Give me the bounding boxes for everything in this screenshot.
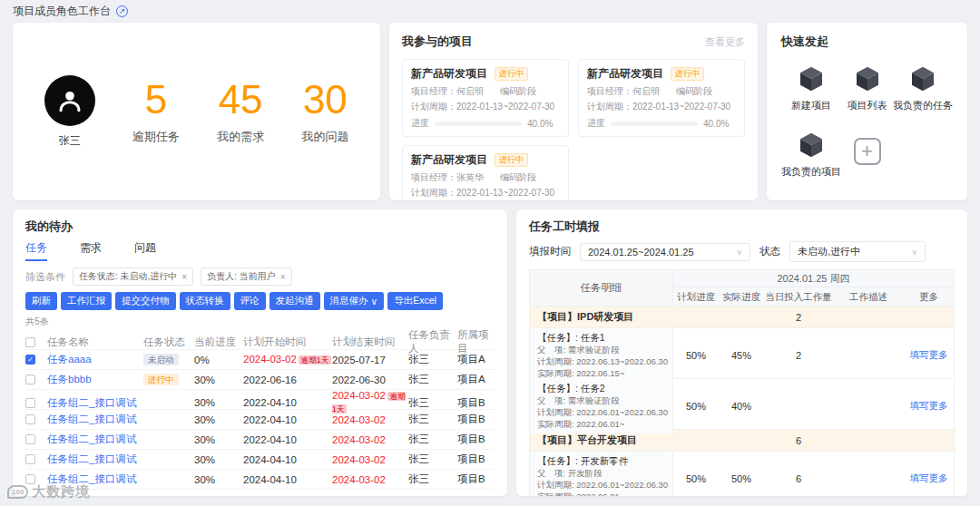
quick-new-project[interactable]: 新建项目 xyxy=(791,64,831,112)
cell-workload[interactable] xyxy=(764,379,833,433)
view-more-link[interactable]: 查看更多 xyxy=(705,35,745,49)
status-transition-button[interactable]: 状态转换 xyxy=(180,292,230,310)
tab-requirements[interactable]: 需求 xyxy=(80,240,102,261)
tab-tasks[interactable]: 任务 xyxy=(25,240,47,261)
tab-issues[interactable]: 问题 xyxy=(134,240,156,261)
hours-table: 任务明细 2024.01.25 周四 计划进度 实际进度 当日投入工作量 工作描… xyxy=(529,269,955,496)
export-excel-button[interactable]: 导出Excel xyxy=(387,292,443,310)
hours-task-row: 【任务】: 开发新零件 父 项: 开发阶段 计划周期: 2022.06.01~2… xyxy=(530,452,954,496)
quick-project-list[interactable]: 项目列表 xyxy=(848,64,887,112)
cell-owner: 张三 xyxy=(408,413,457,426)
filter-tag-status: 任务状态: 未启动,进行中 × xyxy=(73,268,193,286)
row-checkbox[interactable] xyxy=(25,414,35,424)
fill-more-link[interactable]: 填写更多 xyxy=(910,349,948,362)
share-icon[interactable]: ↗ xyxy=(116,5,128,17)
task-name-link[interactable]: 任务aaaa xyxy=(47,353,143,366)
status-select[interactable]: 未启动,进行中 ∨ xyxy=(789,241,926,262)
cell-owner: 张三 xyxy=(408,353,457,366)
cell-project: 项目B xyxy=(457,472,495,486)
status-badge: 进行中 xyxy=(495,153,528,167)
submit-deliverable-button[interactable]: 提交交付物 xyxy=(115,292,176,310)
quick-item-label: 新建项目 xyxy=(791,99,831,112)
filter-label: 筛选条件 xyxy=(25,270,65,284)
comment-button[interactable]: 评论 xyxy=(234,292,266,310)
close-icon[interactable]: × xyxy=(181,272,187,282)
cell-progress: 30% xyxy=(194,434,243,445)
task-name-link[interactable]: 任务组二_接口调试 xyxy=(47,452,143,466)
fill-more-link[interactable]: 填写更多 xyxy=(910,400,948,413)
todo-tabs: 任务 需求 问题 xyxy=(25,240,495,261)
progress-bar xyxy=(435,122,522,126)
status-filter-label: 状态 xyxy=(760,245,780,258)
projects-grid: 新产品研发项目 进行中 项目经理：何启明 编码阶段 计划周期：2022-01-1… xyxy=(402,59,745,200)
todo-filter-row: 筛选条件 任务状态: 未启动,进行中 × 负责人: 当前用户 × xyxy=(25,268,495,286)
my-projects-card: 我参与的项目 查看更多 新产品研发项目 进行中 项目经理：何启明 编码阶段 计划… xyxy=(389,23,758,200)
project-name[interactable]: 新产品研发项目 xyxy=(411,152,487,168)
task-plan-period: 计划周期: 2022.06.13~2022.06.30 xyxy=(537,355,665,367)
cell-workload[interactable]: 6 xyxy=(764,452,833,496)
cell-start-date: 2024-04-10 xyxy=(243,454,332,465)
col-work-description: 工作描述 xyxy=(833,287,904,306)
task-name-link[interactable]: 任务组二_接口调试 xyxy=(47,413,143,426)
status-value: 未启动,进行中 xyxy=(798,245,860,258)
task-name-link[interactable]: 任务组二_接口调试 xyxy=(47,396,143,410)
quick-my-projects[interactable]: 我负责的项目 xyxy=(781,131,841,179)
project-row-title: 【项目】平台开发项目 xyxy=(530,430,673,451)
table-row: 任务组二_接口调试 30% 2022-04-10 2024-03-02 张三 项… xyxy=(25,430,495,450)
work-report-button[interactable]: 工作汇报 xyxy=(61,292,112,310)
hours-project-row: 【项目】IPD研发项目 2 xyxy=(530,307,954,328)
task-detail-cell: 【任务】: 任务1 父 项: 需求验证阶段 计划周期: 2022.06.13~2… xyxy=(530,328,673,383)
project-phase: 编码阶段 xyxy=(676,85,712,98)
hours-filter-row: 填报时间 2024.01.25~2024.01.25 ∨ 状态 未启动,进行中 … xyxy=(529,241,955,262)
projects-title: 我参与的项目 xyxy=(402,34,473,50)
cell-end-date: 2022-06-30 xyxy=(332,375,408,385)
message-urge-button[interactable]: 消息催办∨ xyxy=(324,292,385,310)
row-checkbox[interactable]: ✓ xyxy=(25,355,35,365)
cell-project: 项目B xyxy=(457,413,495,426)
row-checkbox[interactable] xyxy=(25,398,35,408)
project-manager: 项目经理：何启明 xyxy=(411,85,484,98)
cube-icon xyxy=(853,64,882,93)
project-card[interactable]: 新产品研发项目 进行中 项目经理：张英华 编码阶段 计划周期：2022-01-1… xyxy=(402,145,569,200)
time-filter-label: 填报时间 xyxy=(529,245,571,258)
project-name[interactable]: 新产品研发项目 xyxy=(587,66,663,82)
cell-project: 项目A xyxy=(457,373,495,386)
row-checkbox[interactable] xyxy=(25,434,35,444)
check-icon: ✓ xyxy=(27,355,34,364)
task-title: 【任务】: 任务2 xyxy=(537,383,665,394)
task-name-link[interactable]: 任务组二_接口调试 xyxy=(47,433,143,446)
time-range-value: 2024.01.25~2024.01.25 xyxy=(588,247,694,258)
row-checkbox[interactable] xyxy=(25,454,35,464)
col-actual-progress: 实际进度 xyxy=(719,287,764,306)
hours-task-row: 【任务】: 任务1 父 项: 需求验证阶段 计划周期: 2022.06.13~2… xyxy=(530,328,954,379)
project-name[interactable]: 新产品研发项目 xyxy=(411,66,487,82)
fill-more-link[interactable]: 填写更多 xyxy=(910,472,948,485)
plus-icon[interactable]: + xyxy=(854,138,881,165)
task-plan-period: 计划周期: 2022.06.01~2022.06.30 xyxy=(537,479,665,491)
start-communication-button[interactable]: 发起沟通 xyxy=(270,292,320,310)
select-all-checkbox[interactable] xyxy=(25,337,35,347)
time-range-select[interactable]: 2024.01.25~2024.01.25 ∨ xyxy=(580,243,750,261)
stat-value: 5 xyxy=(132,78,180,122)
cell-start-date: 2022-04-10 xyxy=(243,397,332,408)
project-card[interactable]: 新产品研发项目 进行中 项目经理：何启明 编码阶段 计划周期：2022-01-1… xyxy=(402,59,569,137)
close-icon[interactable]: × xyxy=(280,272,286,282)
chevron-down-icon: ∨ xyxy=(736,248,742,257)
quick-item-label: 项目列表 xyxy=(848,99,887,112)
task-name-link[interactable]: 任务bbbb xyxy=(47,373,143,386)
stat-label: 逾期任务 xyxy=(132,129,180,145)
cell-description[interactable] xyxy=(833,452,904,496)
quick-add[interactable]: + xyxy=(854,131,881,179)
cell-progress: 30% xyxy=(194,397,243,408)
cell-workload[interactable]: 2 xyxy=(764,328,833,383)
table-row: ✓ 任务aaaa 未启动 0% 2024-03-02逾期1天 2025-07-1… xyxy=(25,350,495,370)
cell-project: 项目B xyxy=(457,433,495,446)
cell-description[interactable] xyxy=(833,328,904,383)
cell-start-date: 2022-04-10 xyxy=(243,434,332,445)
page-title: 项目成员角色工作台 xyxy=(13,4,111,19)
refresh-button[interactable]: 刷新 xyxy=(25,292,57,310)
quick-my-tasks[interactable]: 我负责的任务 xyxy=(893,64,953,112)
project-card[interactable]: 新产品研发项目 进行中 项目经理：何启明 编码阶段 计划周期：2022-01-1… xyxy=(578,59,745,137)
cell-description[interactable] xyxy=(833,379,904,433)
row-checkbox[interactable] xyxy=(25,375,35,384)
